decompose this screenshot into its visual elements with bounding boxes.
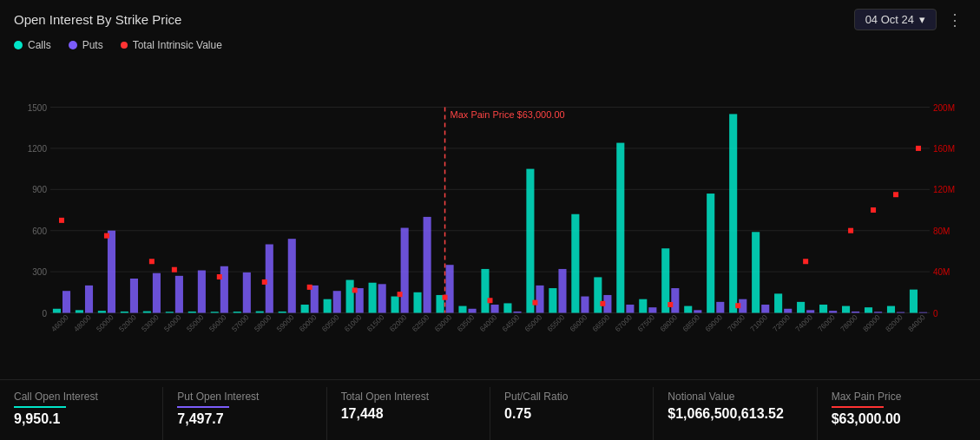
svg-text:72000: 72000 <box>771 312 792 333</box>
svg-rect-108 <box>729 114 737 312</box>
svg-rect-63 <box>391 297 399 313</box>
purple-underline <box>177 406 229 408</box>
svg-rect-112 <box>761 305 769 312</box>
more-options-icon[interactable]: ⋮ <box>944 10 966 30</box>
svg-text:62000: 62000 <box>388 312 409 333</box>
svg-rect-85 <box>558 269 566 313</box>
svg-text:50000: 50000 <box>95 312 115 333</box>
svg-text:68500: 68500 <box>681 312 701 333</box>
svg-rect-67 <box>424 217 431 313</box>
svg-rect-84 <box>549 288 556 312</box>
legend-calls: Calls <box>14 39 51 51</box>
svg-rect-25 <box>108 231 115 313</box>
svg-text:74000: 74000 <box>793 312 814 333</box>
svg-rect-94 <box>626 305 634 312</box>
svg-rect-70 <box>446 265 454 312</box>
svg-text:68000: 68000 <box>658 312 679 333</box>
svg-rect-33 <box>166 312 174 312</box>
svg-text:80000: 80000 <box>861 312 882 333</box>
svg-rect-102 <box>684 306 692 313</box>
svg-rect-118 <box>806 310 814 312</box>
svg-text:64500: 64500 <box>500 312 521 333</box>
svg-text:120M: 120M <box>933 185 955 194</box>
svg-rect-73 <box>469 309 477 313</box>
footer-stat-put-open-interest: Put Open Interest 7,497.7 <box>163 387 326 440</box>
svg-rect-93 <box>616 143 624 313</box>
stat-value: 9,950.1 <box>14 411 148 427</box>
footer-stat-notional-value: Notional Value $1,066,500,613.52 <box>654 387 817 440</box>
svg-text:66000: 66000 <box>568 312 589 333</box>
svg-rect-111 <box>752 232 760 312</box>
svg-rect-152 <box>803 259 808 264</box>
svg-rect-155 <box>893 192 898 197</box>
stat-label: Total Open Interest <box>341 391 476 403</box>
svg-text:57000: 57000 <box>230 312 251 333</box>
svg-rect-60 <box>369 283 377 313</box>
svg-text:40M: 40M <box>933 267 950 277</box>
svg-rect-139 <box>149 259 155 264</box>
svg-rect-31 <box>153 273 161 313</box>
svg-text:46000: 46000 <box>49 312 70 333</box>
svg-text:82000: 82000 <box>884 312 904 333</box>
svg-text:71000: 71000 <box>748 312 769 333</box>
svg-rect-55 <box>333 291 341 312</box>
svg-rect-27 <box>121 312 128 313</box>
stat-label: Put Open Interest <box>177 391 312 403</box>
svg-rect-90 <box>594 277 602 312</box>
svg-text:600: 600 <box>32 227 47 236</box>
svg-text:60500: 60500 <box>320 312 341 333</box>
footer-stat-put/call-ratio: Put/Call Ratio 0.75 <box>490 387 654 440</box>
svg-rect-146 <box>443 295 448 300</box>
svg-text:54000: 54000 <box>162 312 183 333</box>
svg-rect-153 <box>848 228 853 233</box>
svg-text:61000: 61000 <box>343 312 364 333</box>
svg-rect-129 <box>887 306 895 313</box>
svg-rect-18 <box>53 309 61 313</box>
date-selector[interactable]: 04 Oct 24 ▾ <box>854 9 937 30</box>
svg-text:1200: 1200 <box>28 144 48 154</box>
svg-rect-150 <box>668 302 673 307</box>
svg-rect-100 <box>671 288 679 312</box>
svg-rect-37 <box>198 271 206 313</box>
puts-dot-icon <box>69 41 77 49</box>
chart-title: Open Interest By Strike Price <box>14 12 181 27</box>
svg-rect-138 <box>104 233 109 239</box>
svg-rect-57 <box>346 280 354 313</box>
svg-rect-105 <box>707 194 714 312</box>
footer-stat-total-open-interest: Total Open Interest 17,448 <box>327 387 490 440</box>
svg-text:Max Pain Price $63,000.00: Max Pain Price $63,000.00 <box>451 109 565 120</box>
svg-text:52000: 52000 <box>117 312 138 333</box>
svg-rect-151 <box>735 303 740 308</box>
svg-rect-49 <box>288 239 296 312</box>
svg-rect-106 <box>716 302 724 313</box>
svg-text:900: 900 <box>32 185 47 194</box>
svg-text:62500: 62500 <box>411 312 431 333</box>
svg-text:53000: 53000 <box>140 312 161 333</box>
svg-rect-156 <box>916 146 921 151</box>
svg-rect-22 <box>85 286 93 313</box>
svg-rect-40 <box>220 266 228 313</box>
svg-rect-114 <box>774 293 782 312</box>
svg-rect-30 <box>143 312 151 313</box>
svg-text:58000: 58000 <box>253 312 273 333</box>
svg-rect-123 <box>842 306 850 313</box>
chart-header: Open Interest By Strike Price 04 Oct 24 … <box>0 0 980 36</box>
svg-text:60000: 60000 <box>298 312 319 333</box>
stat-value: 0.75 <box>504 406 639 422</box>
svg-rect-36 <box>188 312 196 313</box>
svg-rect-132 <box>910 290 918 313</box>
svg-rect-45 <box>256 312 264 313</box>
svg-text:69000: 69000 <box>703 312 724 333</box>
svg-text:200M: 200M <box>933 103 955 113</box>
svg-rect-140 <box>172 267 177 273</box>
svg-rect-120 <box>819 305 827 312</box>
svg-text:48000: 48000 <box>72 312 93 333</box>
svg-text:59000: 59000 <box>275 312 296 333</box>
svg-rect-54 <box>324 299 332 313</box>
svg-text:64000: 64000 <box>477 312 498 333</box>
svg-rect-19 <box>62 291 70 312</box>
svg-text:63500: 63500 <box>456 312 477 333</box>
svg-text:61500: 61500 <box>365 312 386 333</box>
svg-rect-87 <box>571 214 579 313</box>
svg-text:78000: 78000 <box>839 312 859 333</box>
